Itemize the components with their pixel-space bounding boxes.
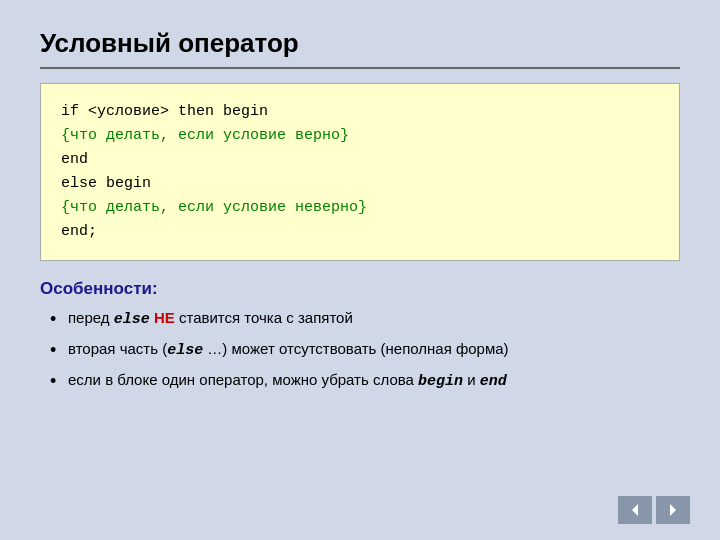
code-line-4: else begin: [61, 172, 659, 196]
section-title: Особенности:: [40, 279, 680, 299]
code-block: if <условие> then begin {что делать, есл…: [40, 83, 680, 261]
next-button[interactable]: [656, 496, 690, 524]
bullet-list: перед else НЕ ставится точка с запятой в…: [40, 307, 680, 392]
code-line-6: end;: [61, 220, 659, 244]
list-item: перед else НЕ ставится точка с запятой: [50, 307, 680, 330]
code-line-2: {что делать, если условие верно}: [61, 124, 659, 148]
svg-marker-0: [632, 504, 638, 516]
prev-icon: [626, 501, 644, 519]
slide-title: Условный оператор: [40, 28, 680, 69]
ne-text: НЕ: [154, 309, 175, 326]
code-line-1: if <условие> then begin: [61, 100, 659, 124]
list-item: вторая часть (else …) может отсутствоват…: [50, 338, 680, 361]
end-keyword: end: [480, 373, 507, 390]
code-line-5: {что делать, если условие неверно}: [61, 196, 659, 220]
prev-button[interactable]: [618, 496, 652, 524]
next-icon: [664, 501, 682, 519]
svg-marker-1: [670, 504, 676, 516]
else-keyword-1: else: [114, 311, 150, 328]
begin-keyword: begin: [418, 373, 463, 390]
else-keyword-2: else: [167, 342, 203, 359]
navigation: [618, 496, 690, 524]
code-line-3: end: [61, 148, 659, 172]
list-item: если в блоке один оператор, можно убрать…: [50, 369, 680, 392]
slide: Условный оператор if <условие> then begi…: [0, 0, 720, 540]
